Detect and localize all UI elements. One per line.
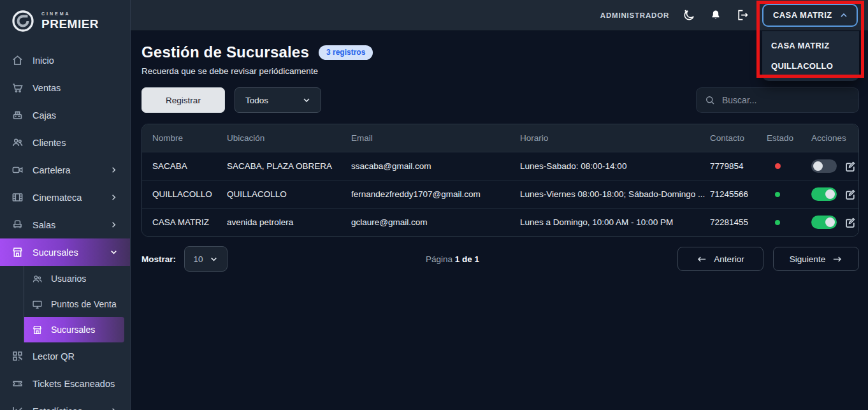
notifications-bell-icon[interactable] [709, 9, 722, 22]
records-badge: 3 registros [319, 45, 373, 60]
sidebar-item-salas[interactable]: Salas [0, 211, 130, 238]
status-toggle[interactable] [811, 159, 837, 173]
pagination-bar: Mostrar: 10 Página 1 de 1 [141, 246, 859, 272]
home-icon [11, 54, 24, 66]
sidebar-item-cinemateca[interactable]: Cinemateca [0, 184, 130, 211]
column-header-email: Email [351, 133, 520, 143]
branch-dropdown-menu: CASA MATRIZ QUILLACOLLO [762, 31, 859, 81]
branch-option-casa-matriz[interactable]: CASA MATRIZ [762, 35, 859, 55]
logout-icon[interactable] [735, 8, 749, 22]
register-button[interactable]: Registrar [141, 87, 225, 113]
cell-acciones [811, 159, 858, 173]
branch-select-value: CASA MATRIZ [773, 10, 832, 20]
sidebar-item-inicio[interactable]: Inicio [0, 47, 130, 74]
column-header-acciones: Acciones [811, 133, 858, 143]
submenu-item-sucursales[interactable]: Sucursales [24, 317, 124, 342]
status-toggle[interactable] [811, 216, 837, 229]
sidebar-item-label: Ventas [33, 83, 61, 93]
cell-contacto: 7779854 [710, 161, 767, 171]
branches-table: Nombre Ubicación Email Horario Contacto … [141, 124, 859, 237]
edit-icon[interactable] [844, 216, 857, 229]
ticket-icon [11, 377, 24, 390]
pos-monitor-icon [32, 299, 43, 310]
filter-select[interactable]: Todos [235, 87, 321, 113]
cell-ubicacion: SACABA, PLAZA OBRERA [227, 161, 351, 171]
seat-icon [11, 219, 24, 231]
status-dot-inactive [775, 163, 781, 169]
brand-premier-label: PREMIER [41, 17, 99, 31]
sidebar-item-label: Lector QR [33, 351, 75, 362]
cell-ubicacion: QUILLACOLLO [227, 189, 351, 199]
branch-option-quillacollo[interactable]: QUILLACOLLO [762, 55, 859, 76]
sucursales-submenu: Usuarios Puntos de Venta Sucursales [0, 266, 130, 342]
chevron-down-icon [301, 95, 312, 105]
table-header-row: Nombre Ubicación Email Horario Contacto … [142, 124, 858, 152]
column-header-contacto: Contacto [710, 133, 767, 143]
next-page-button[interactable]: Siguiente [773, 247, 859, 271]
show-label: Mostrar: [141, 254, 176, 264]
sidebar-nav: Inicio Ventas Cajas Clientes [0, 47, 130, 410]
page-subtitle: Recuerda que se debe revisar periódicame… [141, 66, 859, 76]
sidebar-item-label: Sucursales [33, 247, 78, 258]
cell-estado [767, 217, 811, 227]
qr-code-icon [11, 350, 24, 362]
cart-icon [11, 82, 24, 94]
submenu-item-usuarios[interactable]: Usuarios [24, 266, 124, 291]
arrow-left-icon [697, 254, 707, 265]
cell-nombre: SACABA [142, 161, 227, 171]
status-toggle[interactable] [811, 187, 837, 201]
cell-nombre: QUILLACOLLO [142, 189, 227, 199]
sidebar-item-label: Salas [33, 220, 55, 230]
previous-page-button[interactable]: Anterior [677, 247, 763, 271]
table-row: QUILLACOLLO QUILLACOLLO fernandezfreddy1… [142, 180, 858, 208]
dark-mode-moon-icon[interactable] [683, 8, 696, 22]
sidebar-item-label: Cajas [33, 110, 56, 121]
sidebar-item-lector-qr[interactable]: Lector QR [0, 342, 130, 370]
cell-nombre: CASA MATRIZ [142, 217, 227, 227]
edit-icon[interactable] [844, 188, 857, 201]
sidebar-item-sucursales[interactable]: Sucursales [0, 238, 130, 266]
page-content: Gestión de Sucursales 3 registros Recuer… [131, 31, 868, 410]
topbar: ADMINISTRADOR CASA MATRIZ [131, 0, 868, 31]
title-row: Gestión de Sucursales 3 registros [141, 43, 859, 61]
main-area: ADMINISTRADOR CASA MATRIZ Gestión de Suc… [131, 0, 868, 410]
edit-icon[interactable] [844, 160, 857, 173]
table-row: SACABA SACABA, PLAZA OBRERA ssacaba@gmai… [142, 152, 858, 180]
sidebar: CINEMA PREMIER Inicio Ventas [0, 0, 131, 410]
page-title: Gestión de Sucursales [141, 43, 309, 61]
column-header-ubicacion: Ubicación [227, 133, 351, 143]
submenu-item-label: Sucursales [51, 325, 95, 335]
toggle-knob [813, 161, 823, 171]
sidebar-item-ventas[interactable]: Ventas [0, 74, 130, 101]
chevron-right-icon [109, 165, 119, 175]
cell-contacto: 71245566 [710, 189, 767, 199]
search-icon [704, 94, 716, 106]
table-row: CASA MATRIZ avenida petrolera gclaure@gm… [142, 208, 858, 236]
page-size-select[interactable]: 10 [184, 246, 228, 272]
sidebar-item-clientes[interactable]: Clientes [0, 129, 130, 156]
sidebar-item-cajas[interactable]: Cajas [0, 101, 130, 129]
sidebar-item-label: Estadísticas [33, 406, 82, 410]
submenu-item-label: Puntos de Venta [51, 299, 117, 309]
cell-acciones [811, 187, 858, 201]
sidebar-item-tickets-escaneados[interactable]: Tickets Escaneados [0, 370, 130, 397]
chevron-up-icon [839, 10, 849, 20]
sidebar-item-cartelera[interactable]: Cartelera [0, 156, 130, 184]
line-chart-icon [11, 405, 24, 410]
controls-row: Registrar Todos [141, 87, 859, 113]
cell-horario: Lunes a Domingo, 10:00 AM - 10:00 PM [520, 217, 710, 227]
column-header-estado: Estado [767, 133, 811, 143]
sidebar-item-label: Tickets Escaneados [33, 379, 115, 389]
submenu-item-puntos-de-venta[interactable]: Puntos de Venta [24, 291, 124, 317]
cell-horario: Lunes-Viernes 08:00-18:00; Sábado-Doming… [520, 189, 710, 199]
search-input[interactable] [722, 95, 851, 105]
status-dot-active [775, 192, 780, 197]
branch-select[interactable]: CASA MATRIZ [762, 4, 858, 27]
app-root: CINEMA PREMIER Inicio Ventas [0, 0, 868, 410]
sidebar-item-estadisticas[interactable]: Estadísticas [0, 397, 130, 410]
search-box [696, 87, 859, 113]
users-icon [32, 274, 43, 284]
pagination-buttons: Anterior Siguiente [677, 247, 859, 271]
store-icon [11, 246, 24, 258]
people-icon [11, 136, 24, 149]
